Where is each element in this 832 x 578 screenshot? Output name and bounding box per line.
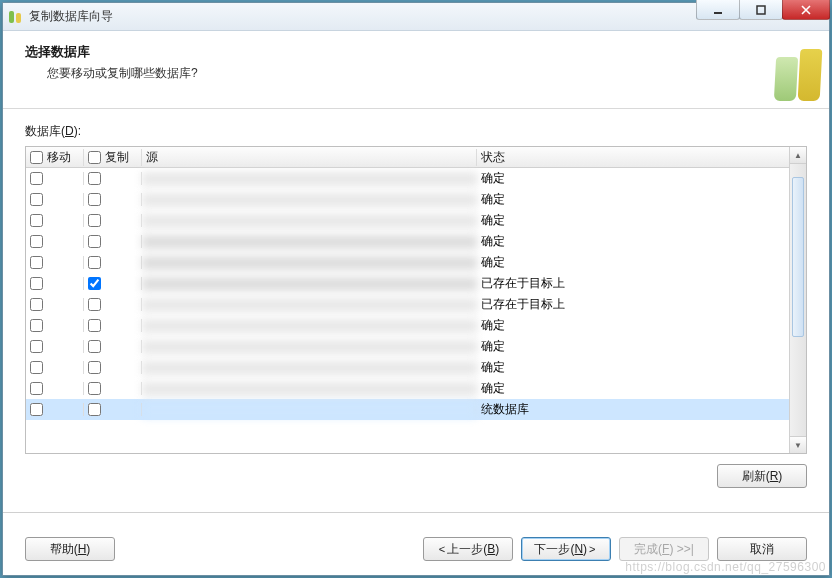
copy-checkbox[interactable] [88,172,101,185]
copy-checkbox[interactable] [88,193,101,206]
copy-header-checkbox[interactable] [88,151,101,164]
source-cell: db [142,256,477,270]
status-cell: 确定 [477,254,789,271]
wizard-footer: 帮助(H) < 上一步(B) 下一步(N) > 完成(F) >>| 取消 [3,523,829,575]
window-controls [697,0,830,20]
svg-rect-2 [714,12,722,14]
move-checkbox[interactable] [30,403,43,416]
chevron-left-icon: < [439,543,445,555]
copy-checkbox[interactable] [88,319,101,332]
move-checkbox[interactable] [30,256,43,269]
source-cell: db [142,235,477,249]
copy-checkbox[interactable] [88,235,101,248]
copy-checkbox[interactable] [88,277,101,290]
minimize-button[interactable] [696,0,740,20]
source-cell: db [142,340,477,354]
header-illustration [739,31,829,109]
move-checkbox[interactable] [30,382,43,395]
table-row[interactable]: db确定 [26,357,789,378]
source-cell: db [142,172,477,186]
col-status-label: 状态 [481,149,505,166]
table-row[interactable]: db统数据库 [26,399,789,420]
move-checkbox[interactable] [30,277,43,290]
table-row[interactable]: db确定 [26,378,789,399]
scroll-up-arrow[interactable]: ▲ [790,147,806,164]
table-row[interactable]: db确定 [26,210,789,231]
table-row[interactable]: db确定 [26,315,789,336]
source-cell: db [142,214,477,228]
table-row[interactable]: db确定 [26,189,789,210]
copy-checkbox[interactable] [88,403,101,416]
source-cell: db [142,403,477,417]
copy-checkbox[interactable] [88,340,101,353]
status-cell: 确定 [477,212,789,229]
col-move-label: 移动 [47,149,71,166]
svg-rect-0 [9,11,14,23]
copy-checkbox[interactable] [88,361,101,374]
vertical-scrollbar[interactable]: ▲ ▼ [789,147,806,453]
wizard-header: 选择数据库 您要移动或复制哪些数据库? [3,31,829,109]
footer-divider [3,512,829,513]
svg-rect-1 [16,13,21,23]
app-icon [7,9,23,25]
status-cell: 确定 [477,338,789,355]
status-cell: 确定 [477,170,789,187]
page-subtitle: 您要移动或复制哪些数据库? [47,65,807,82]
source-cell: db [142,193,477,207]
refresh-button[interactable]: 刷新(R) [717,464,807,488]
source-cell: db [142,361,477,375]
finish-button: 完成(F) >>| [619,537,709,561]
scroll-down-arrow[interactable]: ▼ [790,436,806,453]
copy-checkbox[interactable] [88,214,101,227]
scroll-thumb[interactable] [792,177,804,337]
wizard-window: 复制数据库向导 选择数据库 您要移动或复制哪些数据库? 数据库(D): 移动 复… [2,2,830,576]
titlebar: 复制数据库向导 [3,3,829,31]
source-cell: db [142,319,477,333]
move-checkbox[interactable] [30,298,43,311]
close-button[interactable] [782,0,830,20]
source-cell: db [142,298,477,312]
table-row[interactable]: db已存在于目标上 [26,294,789,315]
chevron-right-icon: > [589,543,595,555]
table-row[interactable]: db确定 [26,168,789,189]
status-cell: 已存在于目标上 [477,275,789,292]
table-row[interactable]: db已存在于目标上 [26,273,789,294]
copy-checkbox[interactable] [88,256,101,269]
database-grid: 移动 复制 源 状态 db确定db确定db确定db确定db确定db已存在于目标上… [25,146,807,454]
move-checkbox[interactable] [30,172,43,185]
back-button[interactable]: < 上一步(B) [423,537,513,561]
database-list-label: 数据库(D): [25,123,807,140]
maximize-button[interactable] [739,0,783,20]
move-checkbox[interactable] [30,319,43,332]
cancel-button[interactable]: 取消 [717,537,807,561]
status-cell: 统数据库 [477,401,789,418]
move-checkbox[interactable] [30,235,43,248]
move-checkbox[interactable] [30,193,43,206]
status-cell: 确定 [477,380,789,397]
content-area: 数据库(D): 移动 复制 源 状态 db确定db确定db确定db确定db确定d… [3,109,829,523]
status-cell: 确定 [477,359,789,376]
status-cell: 确定 [477,233,789,250]
move-checkbox[interactable] [30,340,43,353]
move-checkbox[interactable] [30,214,43,227]
table-row[interactable]: db确定 [26,336,789,357]
status-cell: 已存在于目标上 [477,296,789,313]
copy-checkbox[interactable] [88,382,101,395]
page-title: 选择数据库 [25,43,807,61]
col-copy-label: 复制 [105,149,129,166]
help-button[interactable]: 帮助(H) [25,537,115,561]
copy-checkbox[interactable] [88,298,101,311]
source-cell: db [142,277,477,291]
status-cell: 确定 [477,317,789,334]
status-cell: 确定 [477,191,789,208]
move-checkbox[interactable] [30,361,43,374]
svg-rect-3 [757,6,765,14]
move-header-checkbox[interactable] [30,151,43,164]
col-source-label: 源 [146,149,158,166]
table-row[interactable]: db确定 [26,231,789,252]
source-cell: db [142,382,477,396]
table-row[interactable]: db确定 [26,252,789,273]
next-button[interactable]: 下一步(N) > [521,537,611,561]
grid-header-row: 移动 复制 源 状态 [26,147,789,168]
